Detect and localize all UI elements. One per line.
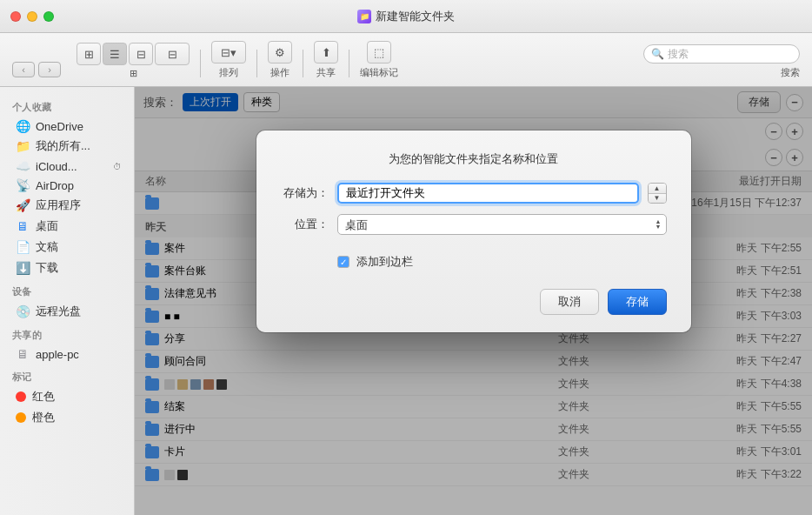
location-label: 位置： <box>281 217 329 232</box>
applications-icon: 🚀 <box>16 198 30 212</box>
cancel-button[interactable]: 取消 <box>540 289 599 315</box>
window-title: 📁 新建智能文件夹 <box>357 9 455 24</box>
documents-icon: 📄 <box>16 240 30 254</box>
tags-section-label: 标记 <box>0 364 134 386</box>
sort-label: 排列 <box>219 66 238 79</box>
edit-tags-button[interactable]: ⬚ <box>367 41 391 64</box>
desktop-icon: 🖥 <box>16 219 30 233</box>
add-to-sidebar-checkbox[interactable]: ✓ <box>337 256 349 268</box>
sidebar-item-label: 桌面 <box>36 218 58 234</box>
save-as-dropdown-button[interactable]: ▲ ▼ <box>648 183 667 204</box>
sidebar-item-desktop[interactable]: 🖥 桌面 <box>3 216 130 237</box>
sidebar-item-all-files[interactable]: 📁 我的所有... <box>3 136 130 157</box>
action-group: ⚙ 操作 <box>268 41 292 79</box>
sidebar-item-label: 远程光盘 <box>36 304 81 319</box>
devices-section-label: 设备 <box>0 278 134 301</box>
toolbar: ‹ › ⊞ ☰ ⊟ ⊟ ⊞ ⊟▾ 排列 ⚙ 操作 ⬆ 共享 ⬚ <box>0 33 812 87</box>
separator-4 <box>349 50 349 77</box>
dialog-overlay: 为您的智能文件夹指定名称和位置 存储为： ▲ ▼ 位置： 桌面 <box>135 87 812 515</box>
action-button[interactable]: ⚙ <box>268 41 292 64</box>
add-to-sidebar-label: 添加到边栏 <box>356 254 413 270</box>
dialog-actions: 取消 存储 <box>281 289 667 315</box>
sort-button[interactable]: ⊟▾ <box>211 41 246 64</box>
action-label: 操作 <box>270 66 290 79</box>
sidebar-item-icloud[interactable]: ☁️ iCloud... ⏱ <box>3 157 130 176</box>
sidebar-item-applications[interactable]: 🚀 应用程序 <box>3 195 130 216</box>
view-icons-button[interactable]: ⊞ <box>77 43 101 65</box>
onedrive-icon: 🌐 <box>16 119 30 133</box>
sidebar: 个人收藏 🌐 OneDrive 📁 我的所有... ☁️ iCloud... ⏱… <box>0 87 135 515</box>
view-gallery-button[interactable]: ⊟ <box>155 43 190 65</box>
smart-folder-dialog: 为您的智能文件夹指定名称和位置 存储为： ▲ ▼ 位置： 桌面 <box>256 130 691 332</box>
shared-section-label: 共享的 <box>0 322 134 344</box>
tag-red-dot <box>16 391 26 402</box>
sidebar-item-onedrive[interactable]: 🌐 OneDrive <box>3 117 130 136</box>
share-group: ⬆ 共享 <box>314 41 338 79</box>
sidebar-item-label: 红色 <box>32 389 55 405</box>
location-select[interactable]: 桌面 文稿 下载 <box>337 214 667 235</box>
minimize-button[interactable] <box>27 11 37 22</box>
sidebar-item-label: 下载 <box>36 260 58 276</box>
share-button[interactable]: ⬆ <box>314 41 338 64</box>
share-label: 共享 <box>316 66 336 79</box>
sidebar-item-tag-orange[interactable]: 橙色 <box>3 407 130 428</box>
sidebar-item-airdrop[interactable]: 📡 AirDrop <box>3 176 130 195</box>
view-columns-button[interactable]: ⊟ <box>129 43 153 65</box>
view-mode-group: ⊞ ☰ ⊟ ⊟ ⊞ <box>77 43 190 79</box>
nav-forward-button[interactable]: › <box>38 62 61 77</box>
chevron-down-icon: ▼ <box>649 194 666 204</box>
search-icon: 🔍 <box>651 48 664 60</box>
save-as-input-wrapper <box>337 183 639 204</box>
search-input[interactable] <box>668 48 789 60</box>
sidebar-item-apple-pc[interactable]: 🖥 apple-pc <box>3 344 130 364</box>
sidebar-item-label: 应用程序 <box>36 197 81 213</box>
dialog-title: 为您的智能文件夹指定名称和位置 <box>281 151 667 167</box>
sidebar-item-tag-red[interactable]: 红色 <box>3 386 130 407</box>
nav-buttons: ‹ › <box>12 62 61 77</box>
save-as-label: 存储为： <box>281 185 329 201</box>
icloud-icon: ☁️ <box>16 159 30 173</box>
save-as-field: 存储为： ▲ ▼ <box>281 183 667 204</box>
location-select-wrapper: 桌面 文稿 下载 ▲▼ <box>337 214 667 235</box>
sort-group: ⊟▾ 排列 <box>211 41 246 79</box>
all-files-icon: 📁 <box>16 139 30 153</box>
search-box[interactable]: 🔍 <box>643 44 800 64</box>
separator-1 <box>200 50 201 77</box>
remote-disk-icon: 💿 <box>16 304 30 318</box>
main-area: 个人收藏 🌐 OneDrive 📁 我的所有... ☁️ iCloud... ⏱… <box>0 87 812 515</box>
sidebar-item-label: 我的所有... <box>36 138 90 154</box>
titlebar: 📁 新建智能文件夹 <box>0 0 812 33</box>
separator-3 <box>303 50 303 77</box>
sidebar-item-label: 橙色 <box>32 410 55 425</box>
downloads-icon: ⬇️ <box>16 261 30 275</box>
apple-pc-icon: 🖥 <box>16 347 30 361</box>
display-label: ⊞ <box>130 68 137 79</box>
tag-orange-dot <box>16 412 26 423</box>
sidebar-item-documents[interactable]: 📄 文稿 <box>3 237 130 258</box>
content-area: 搜索： 上次打开 种类 存储 − − + − + <box>135 87 812 515</box>
sidebar-item-remote-disk[interactable]: 💿 远程光盘 <box>3 301 130 322</box>
sidebar-item-label: AirDrop <box>36 179 74 192</box>
chevron-up-icon: ▲ <box>649 184 666 194</box>
airdrop-icon: 📡 <box>16 178 30 192</box>
edit-tags-label: 编辑标记 <box>360 66 398 79</box>
sidebar-item-label: apple-pc <box>36 348 79 361</box>
sidebar-item-label: OneDrive <box>36 120 83 133</box>
sidebar-item-label: iCloud... <box>36 160 77 173</box>
save-button[interactable]: 存储 <box>608 289 667 315</box>
sidebar-item-label: 文稿 <box>36 239 58 255</box>
save-as-input[interactable] <box>337 183 639 204</box>
favorites-section-label: 个人收藏 <box>0 94 134 117</box>
add-to-sidebar-row: ✓ 添加到边栏 <box>281 245 667 275</box>
maximize-button[interactable] <box>43 11 54 22</box>
edit-tags-group: ⬚ 编辑标记 <box>360 41 398 79</box>
location-field: 位置： 桌面 文稿 下载 ▲▼ <box>281 214 667 235</box>
toolbar-search: 🔍 搜索 <box>643 44 800 79</box>
nav-back-button[interactable]: ‹ <box>12 62 35 77</box>
close-button[interactable] <box>10 11 21 22</box>
sidebar-item-downloads[interactable]: ⬇️ 下载 <box>3 258 130 278</box>
separator-2 <box>256 50 257 77</box>
view-list-button[interactable]: ☰ <box>103 43 127 65</box>
window-icon: 📁 <box>357 10 371 23</box>
search-label: 搜索 <box>781 66 800 79</box>
